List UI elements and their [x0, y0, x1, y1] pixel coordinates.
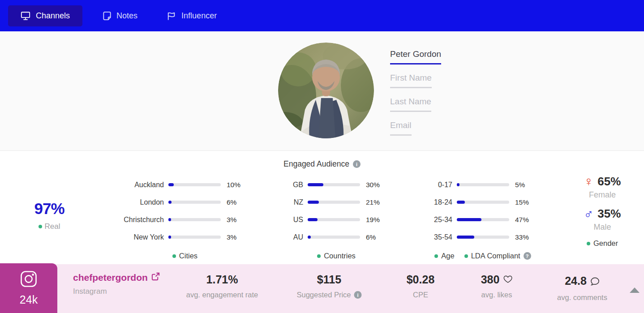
bar-label: Christchurch — [121, 216, 164, 224]
tab-notes[interactable]: Notes — [94, 5, 146, 26]
engagement-rate-stat: 1.71% avg. engagement rate — [186, 273, 258, 299]
suggested-price-value: $115 — [296, 273, 361, 286]
country-row: AU 6% — [285, 228, 387, 246]
bar-label: GB — [285, 181, 303, 189]
legend-label: Countries — [324, 252, 356, 260]
bar-track — [308, 183, 360, 186]
countries-chart: GB 30% NZ 21% US 19% AU 6% Countries — [285, 176, 387, 260]
bar-fill — [308, 183, 323, 186]
green-dot-icon — [39, 225, 42, 228]
green-dot-icon — [464, 254, 468, 258]
real-followers-block: 97% Real — [22, 200, 76, 231]
cpe-value: $0.28 — [407, 273, 435, 286]
heart-icon — [503, 273, 512, 286]
cpe-stat: $0.28 CPE — [407, 273, 435, 299]
legend-label: Age — [441, 252, 454, 260]
cpe-label: CPE — [413, 291, 428, 299]
username-link[interactable]: chefpetergordon — [73, 272, 160, 283]
bar-label: Auckland — [121, 181, 164, 189]
tab-influencer[interactable]: Influencer — [158, 5, 226, 26]
bar-track — [457, 236, 509, 239]
first-name-field[interactable]: First Name — [390, 73, 441, 88]
avg-likes-value: 380 — [481, 273, 500, 286]
bar-fill — [308, 218, 318, 221]
email-field[interactable]: Email — [390, 120, 441, 136]
real-percentage: 97% — [22, 200, 76, 218]
age-row: 35-54 33% — [429, 228, 537, 246]
followers-count: 24k — [20, 293, 38, 306]
info-icon[interactable]: i — [353, 160, 361, 168]
instagram-channel-block[interactable]: 24k — [0, 263, 57, 313]
suggested-price-label: Suggested Price — [296, 291, 351, 299]
username-text: chefpetergordon — [73, 272, 148, 283]
green-dot-icon — [587, 242, 590, 245]
comment-icon — [590, 276, 600, 289]
bar-label: 25-34 — [429, 216, 452, 224]
avg-comments-stat: 24.8 avg. comments — [557, 273, 607, 302]
bar-value: 6% — [366, 233, 376, 241]
tab-channels[interactable]: Channels — [8, 5, 82, 26]
top-nav: Channels Notes Influencer — [0, 0, 644, 31]
info-icon[interactable]: i — [354, 291, 362, 299]
avg-likes-label: avg. likes — [481, 291, 512, 299]
bar-track — [168, 201, 221, 204]
engagement-rate-value: 1.71% — [186, 273, 258, 286]
bar-value: 6% — [227, 198, 236, 206]
last-name-field[interactable]: Last Name — [390, 97, 441, 112]
avg-comments-label: avg. comments — [557, 293, 607, 302]
name-field[interactable]: Peter Gordon — [390, 49, 441, 64]
bar-track — [308, 218, 360, 221]
username-block: chefpetergordon Instagram — [73, 272, 160, 296]
bar-fill — [457, 236, 474, 239]
gender-block: ♀ 65% Female ♂ 35% Male Gender — [571, 175, 634, 248]
real-label: Real — [45, 222, 60, 231]
bar-fill — [168, 201, 172, 204]
avatar — [278, 43, 374, 138]
help-icon[interactable]: ? — [524, 252, 531, 260]
bar-value: 33% — [515, 233, 529, 241]
female-icon: ♀ — [584, 175, 594, 188]
bar-track — [308, 201, 360, 204]
audience-title: Engaged Audience — [283, 159, 349, 169]
profile-section: Peter Gordon First Name Last Name Email — [0, 31, 644, 151]
bar-value: 30% — [366, 181, 380, 189]
bar-label: 35-54 — [429, 233, 452, 241]
email-placeholder: Email — [390, 120, 412, 136]
green-dot-icon — [317, 254, 321, 258]
bar-track — [457, 183, 509, 186]
bar-label: AU — [285, 233, 303, 241]
age-row: 25-34 47% — [429, 211, 537, 228]
age-chart: 0-17 5% 18-24 15% 25-34 47% 35-54 33% Ag… — [429, 176, 537, 260]
influencer-profile-page: Channels Notes Influencer — [0, 0, 644, 313]
last-name-placeholder: Last Name — [390, 97, 431, 112]
external-link-icon — [151, 272, 160, 283]
bar-value: 10% — [227, 181, 240, 189]
collapse-panel-arrow[interactable] — [630, 287, 640, 293]
cities-legend: Cities — [121, 252, 249, 260]
flag-icon — [167, 11, 176, 21]
country-row: NZ 21% — [285, 193, 387, 211]
bar-fill — [457, 218, 481, 221]
bar-fill — [168, 183, 174, 186]
city-row: Christchurch 3% — [121, 211, 249, 228]
bar-fill — [308, 201, 319, 204]
bar-label: NZ — [285, 198, 303, 206]
bar-label: 0-17 — [429, 181, 452, 189]
bar-value: 15% — [515, 198, 529, 206]
bar-value: 19% — [366, 216, 380, 224]
monitor-icon — [21, 11, 30, 21]
bar-fill — [168, 218, 171, 221]
tab-influencer-label: Influencer — [181, 11, 217, 21]
profile-fields: Peter Gordon First Name Last Name Email — [390, 49, 441, 144]
bar-fill — [457, 183, 459, 186]
male-icon: ♂ — [584, 207, 594, 220]
bar-track — [308, 236, 360, 239]
bar-label: US — [285, 216, 303, 224]
green-dot-icon — [434, 254, 438, 258]
avg-comments-value: 24.8 — [565, 274, 587, 287]
bar-label: London — [121, 198, 164, 206]
country-row: GB 30% — [285, 176, 387, 193]
channel-summary-bar: 24k chefpetergordon Instagram 1.71% avg.… — [0, 264, 644, 313]
lda-compliant-label: LDA Compliant — [471, 252, 520, 260]
platform-label: Instagram — [73, 287, 160, 296]
